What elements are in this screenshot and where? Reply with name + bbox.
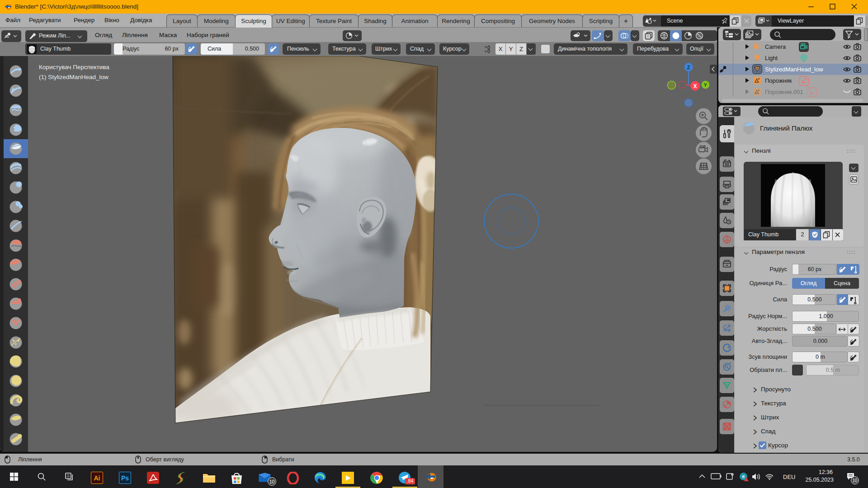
svg-text:Користувач Перспектива: Користувач Перспектива <box>39 64 109 70</box>
svg-text:X: X <box>693 83 697 89</box>
svg-text:Y: Y <box>704 82 708 88</box>
svg-text:Z: Z <box>687 65 690 70</box>
svg-text:(1) StylizedManHead_low: (1) StylizedManHead_low <box>39 74 108 80</box>
